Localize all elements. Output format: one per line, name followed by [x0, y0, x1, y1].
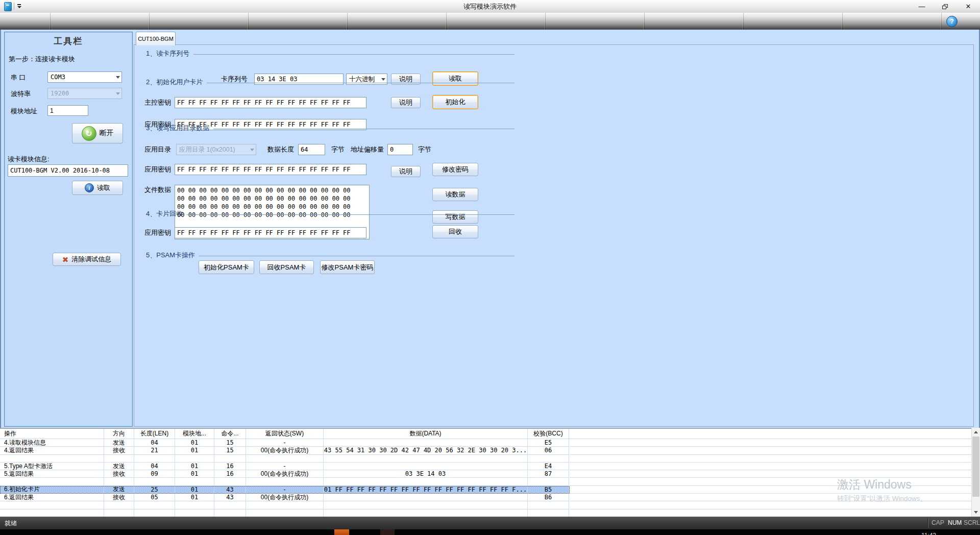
table-row[interactable]: 5.Type A型卡激活发送040116-E4: [0, 463, 971, 470]
recycle-button[interactable]: 回收: [432, 225, 478, 238]
table-cell: [324, 455, 528, 463]
status-bar: 就绪 CAP NUM SCRL: [0, 517, 980, 529]
tab-cut100-bgm[interactable]: CUT100-BGM: [136, 32, 176, 45]
activate-windows-hint: 转到"设置"以激活 Windows。: [837, 494, 927, 503]
table-row[interactable]: 4.返回结果接收21011500(命令执行成功)43 55 54 31 30 3…: [0, 447, 971, 454]
module-address-input[interactable]: [47, 105, 88, 116]
refresh-icon: ↻: [82, 126, 96, 141]
section4-title: 4、卡片回收: [146, 209, 183, 218]
table-cell: E5: [528, 439, 569, 447]
log-column-header[interactable]: 操作: [0, 429, 104, 439]
addr-offset-label: 地址偏移量: [351, 144, 384, 155]
log-column-header[interactable]: 方向: [104, 429, 134, 439]
explain-button-2[interactable]: 说明: [391, 97, 421, 108]
log-table-scrollbar[interactable]: [971, 428, 980, 517]
app-key-input-4[interactable]: [175, 227, 366, 238]
disconnect-label: 断开: [100, 129, 114, 138]
log-column-header[interactable]: 校验(BCC): [528, 429, 569, 439]
table-cell: [134, 509, 175, 517]
table-row[interactable]: 4.读取模块信息发送040115-E5: [0, 439, 971, 447]
read-data-button[interactable]: 读数据: [432, 188, 478, 201]
serial-port-value: COM3: [48, 74, 114, 81]
table-cell: 接收: [104, 494, 134, 501]
addr-offset-input[interactable]: [387, 144, 413, 155]
main-panel: 1、读卡序列号 卡序列号 十六进制 说明 读取 2、初始化用户卡片 主控密钥 说…: [134, 44, 974, 427]
table-row[interactable]: 6.初始化卡片发送250143-01 FF FF FF FF FF FF FF …: [0, 486, 971, 494]
taskbar-app-icon[interactable]: [334, 529, 349, 535]
read-info-button[interactable]: i 读取: [72, 181, 123, 195]
table-cell: 01 FF FF FF FF FF FF FF FF FF FF FF FF F…: [324, 486, 528, 494]
baud-rate-label: 波特率: [11, 89, 31, 99]
clear-debug-button[interactable]: ✖ 清除调试信息: [53, 253, 121, 266]
section5-title: 5、PSAM卡操作: [146, 251, 195, 260]
change-password-button[interactable]: 修改密码: [432, 163, 478, 176]
module-info-label: 读卡模块信息:: [8, 155, 50, 164]
table-cell: 03 3E 14 03: [324, 470, 528, 478]
scroll-down-icon[interactable]: [972, 508, 980, 516]
info-icon: i: [85, 183, 94, 192]
log-column-header[interactable]: 模块地...: [175, 429, 214, 439]
log-column-header[interactable]: 返回状态(SW): [246, 429, 324, 439]
table-row[interactable]: [0, 455, 971, 463]
read-info-label: 读取: [97, 183, 110, 192]
taskbar-clock: 11:43: [921, 532, 936, 535]
init-card-button[interactable]: 初始化: [432, 95, 478, 109]
step-label: 第一步：连接读卡模块: [9, 55, 75, 64]
table-cell: [0, 509, 104, 517]
table-cell: 发送: [104, 463, 134, 470]
module-info-field[interactable]: CUT100-BGM V2.00 2016-10-08: [8, 164, 128, 177]
table-cell: 04: [134, 463, 175, 470]
table-cell: -: [246, 439, 324, 447]
table-cell: 5.Type A型卡激活: [0, 463, 104, 470]
table-cell: [214, 455, 246, 463]
scroll-up-icon[interactable]: [972, 428, 980, 436]
disconnect-button[interactable]: ↻ 断开: [72, 123, 123, 143]
table-cell: [175, 478, 214, 485]
table-cell: 发送: [104, 439, 134, 447]
log-table: 操作方向长度(LEN)模块地...命令...返回状态(SW)数据(DATA)校验…: [0, 428, 971, 517]
ribbon-band: [0, 13, 980, 30]
table-cell: 87: [528, 470, 569, 478]
serial-port-select[interactable]: COM3: [47, 71, 122, 83]
table-cell: [134, 478, 175, 485]
help-icon[interactable]: ?: [946, 16, 958, 27]
table-cell: [324, 494, 528, 501]
log-column-header[interactable]: 命令...: [214, 429, 246, 439]
table-cell: B5: [528, 486, 569, 494]
close-button[interactable]: ✕: [960, 1, 977, 11]
recycle-psam-button[interactable]: 回收PSAM卡: [259, 260, 314, 274]
table-cell: [104, 509, 134, 517]
table-row[interactable]: [0, 501, 971, 509]
table-cell: [214, 478, 246, 485]
table-cell: [324, 509, 528, 517]
taskbar-app-icon[interactable]: [380, 529, 395, 535]
init-psam-button[interactable]: 初始化PSAM卡: [199, 260, 254, 274]
table-cell: 5.返回结果: [0, 470, 104, 478]
table-row[interactable]: 6.返回结果接收05014300(命令执行成功)B6: [0, 494, 971, 501]
table-row[interactable]: [0, 509, 971, 517]
table-cell: 01: [175, 486, 214, 494]
change-psam-pwd-button[interactable]: 修改PSAM卡密码: [320, 260, 375, 274]
table-row-filler: [570, 509, 971, 517]
data-length-input[interactable]: [298, 144, 325, 155]
restore-button[interactable]: [936, 1, 953, 11]
log-column-header[interactable]: 数据(DATA): [324, 429, 528, 439]
table-cell: [528, 509, 569, 517]
minimize-button[interactable]: —: [913, 1, 930, 11]
app-key-input-3[interactable]: [175, 164, 366, 175]
num-indicator: NUM: [948, 519, 962, 526]
app-dir-value: 应用目录 1(0x2001): [177, 145, 249, 154]
master-key-input[interactable]: [175, 97, 366, 108]
scrollbar-thumb[interactable]: [972, 436, 979, 497]
baud-rate-select: 19200: [47, 88, 122, 99]
table-cell: 4.返回结果: [0, 447, 104, 454]
table-row[interactable]: [0, 478, 971, 485]
table-row[interactable]: 5.返回结果接收09011600(命令执行成功)03 3E 14 0387: [0, 470, 971, 478]
log-column-header[interactable]: 长度(LEN): [134, 429, 175, 439]
clear-debug-label: 清除调试信息: [71, 255, 111, 264]
explain-button-3[interactable]: 说明: [391, 166, 421, 177]
chevron-down-icon[interactable]: [114, 76, 121, 79]
section1-header: 1、读卡序列号: [146, 49, 514, 58]
table-cell: [0, 478, 104, 485]
status-ready: 就绪: [5, 519, 17, 528]
